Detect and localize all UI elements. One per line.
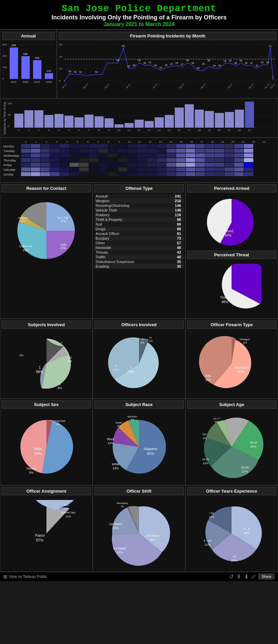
svg-rect-256 <box>205 158 215 162</box>
svg-rect-176 <box>128 144 137 148</box>
svg-text:Secondary: Secondary <box>117 502 128 505</box>
svg-text:24: 24 <box>175 62 178 64</box>
svg-text:9%: 9% <box>203 437 207 440</box>
svg-text:Handgun: Handgun <box>234 365 249 369</box>
svg-text:Patrol: Patrol <box>35 533 44 537</box>
tableau-link[interactable]: ⊞ View on Tableau Public <box>3 574 47 579</box>
officer-exp-pie: 2 - 4 42% <2 26% 5 - 10 21% >10 12% <box>187 497 276 570</box>
svg-rect-177 <box>137 144 147 148</box>
svg-rect-279 <box>195 163 205 167</box>
revert-icon[interactable]: ↺ <box>229 573 234 580</box>
svg-rect-272 <box>128 163 137 167</box>
svg-rect-185 <box>215 144 224 148</box>
svg-rect-254 <box>186 158 195 162</box>
pause-icon[interactable]: ⏸ <box>236 573 242 579</box>
svg-rect-201 <box>137 149 147 153</box>
firearm-type-cell: Officer Firearm Type Handgun 83% Rifle 1… <box>185 319 278 399</box>
svg-rect-106 <box>215 113 224 128</box>
svg-rect-219 <box>79 153 89 157</box>
svg-text:2024: 2024 <box>46 81 52 84</box>
subject-race-pie: Hispanic 65% White 14% Black 12% Asian 6… <box>94 410 183 484</box>
svg-text:20: 20 <box>218 129 221 132</box>
svg-text:30: 30 <box>207 59 210 61</box>
svg-text:30: 30 <box>143 62 146 64</box>
svg-rect-267 <box>79 163 89 167</box>
svg-rect-288 <box>50 167 59 171</box>
svg-text:19: 19 <box>208 129 211 132</box>
svg-rect-235 <box>234 153 244 157</box>
svg-text:23: 23 <box>263 140 266 143</box>
y-axis-label: Incidents by Time of Day <box>2 100 8 136</box>
svg-rect-246 <box>108 158 118 162</box>
svg-rect-280 <box>205 163 215 167</box>
svg-text:23: 23 <box>248 129 251 132</box>
monthly-chart-title: Firearm Pointing Incidents by Month <box>59 32 276 40</box>
fullscreen-icon[interactable]: ⤢ <box>251 573 256 580</box>
download-icon[interactable]: ⬇ <box>244 573 249 580</box>
svg-rect-165 <box>21 144 30 148</box>
svg-text:Thursday: Thursday <box>3 159 16 162</box>
svg-rect-332 <box>244 172 253 176</box>
officers-pie-svg: 1 79% 2 17% 3 3% 4+ 1% <box>106 334 172 394</box>
svg-text:6: 6 <box>78 129 80 132</box>
svg-text:0%: 0% <box>131 418 134 421</box>
svg-rect-224 <box>128 153 137 157</box>
svg-rect-221 <box>99 153 108 157</box>
svg-rect-268 <box>89 163 98 167</box>
svg-rect-179 <box>157 144 166 148</box>
svg-text:5 - 10: 5 - 10 <box>204 539 212 542</box>
subject-race-cell: Subject Race Hispanic 65% White 14% Blac… <box>93 399 185 485</box>
svg-rect-294 <box>108 167 118 171</box>
svg-text:12-17: 12-17 <box>213 417 220 420</box>
svg-rect-255 <box>195 158 205 162</box>
svg-text:25%: 25% <box>60 246 66 250</box>
share-button[interactable]: Share <box>258 573 275 579</box>
svg-rect-173 <box>99 144 108 148</box>
svg-rect-169 <box>60 144 69 148</box>
svg-rect-317 <box>99 172 108 176</box>
svg-text:24: 24 <box>234 62 237 64</box>
svg-text:Planned: Planned <box>18 217 28 220</box>
svg-rect-306 <box>225 167 234 171</box>
svg-rect-328 <box>205 172 215 176</box>
race-pie-svg: Hispanic 65% White 14% Black 12% Asian 6… <box>106 413 172 480</box>
svg-text:8: 8 <box>98 129 100 132</box>
svg-rect-258 <box>225 158 234 162</box>
subject-age-cell: Subject Age 18-29 31% 30-39 27% 40- <box>185 399 278 485</box>
svg-text:30: 30 <box>261 61 264 63</box>
svg-rect-204 <box>166 149 176 153</box>
svg-text:600: 600 <box>2 43 7 46</box>
svg-text:55: 55 <box>68 70 71 73</box>
subjects-pie-svg: 1 88% 2 9% 3-6 2% 2 9% <box>13 334 80 394</box>
svg-rect-203 <box>157 149 166 153</box>
svg-text:Transgender: Transgender <box>50 419 65 422</box>
svg-rect-8 <box>10 47 18 79</box>
svg-rect-88 <box>34 110 43 128</box>
monthly-line-svg: 60 40 20 0 <box>59 41 276 95</box>
svg-text:12%: 12% <box>108 441 114 445</box>
subject-race-title: Subject Race <box>94 400 183 409</box>
svg-rect-109 <box>245 102 254 128</box>
annual-chart-title: Annual <box>2 32 54 40</box>
svg-text:911 Call: 911 Call <box>57 216 68 220</box>
svg-rect-99 <box>145 121 154 128</box>
svg-text:23: 23 <box>213 65 216 67</box>
svg-rect-283 <box>234 163 244 167</box>
svg-rect-175 <box>118 144 127 148</box>
svg-rect-230 <box>186 153 195 157</box>
svg-text:2023: 2023 <box>34 81 40 84</box>
svg-text:Special Ops: Special Ops <box>61 511 75 514</box>
svg-rect-222 <box>108 153 118 157</box>
threat-pie-svg: Threat 46% <box>201 264 262 314</box>
svg-rect-297 <box>137 167 147 171</box>
svg-text:4: 4 <box>58 129 60 132</box>
officers-title: Officers Involved <box>94 320 183 329</box>
svg-text:15: 15 <box>180 140 183 143</box>
svg-rect-199 <box>118 149 127 153</box>
svg-rect-240 <box>50 158 59 162</box>
svg-rect-275 <box>157 163 166 167</box>
svg-text:50+: 50+ <box>203 433 207 436</box>
svg-text:20: 20 <box>232 140 235 143</box>
svg-rect-323 <box>157 172 166 176</box>
svg-rect-209 <box>215 149 224 153</box>
